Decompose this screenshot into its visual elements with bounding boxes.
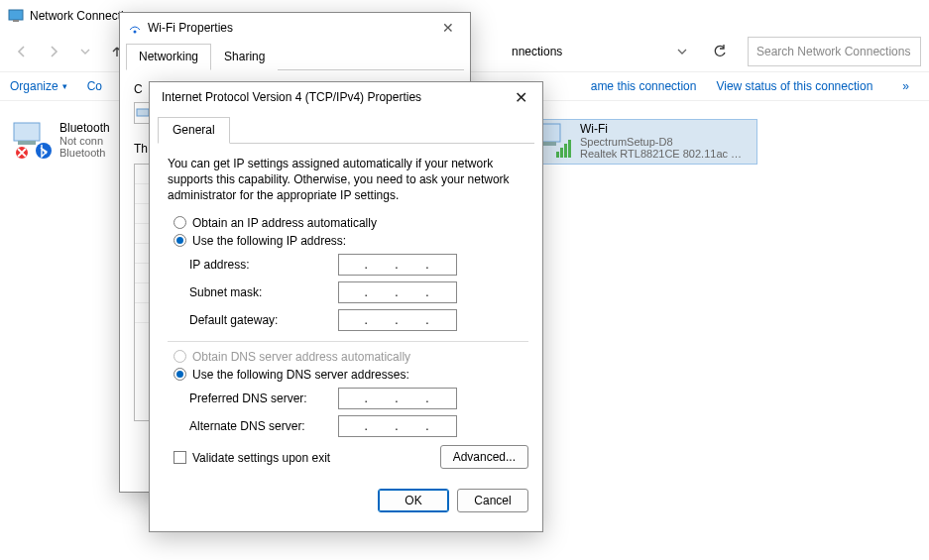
ipv4-dialog-titlebar[interactable]: Internet Protocol Version 4 (TCP/IPv4) P… bbox=[150, 82, 542, 112]
forward-button[interactable] bbox=[40, 38, 67, 65]
connect-to-cut[interactable]: Co bbox=[87, 79, 102, 93]
network-connections-icon bbox=[8, 8, 24, 24]
refresh-button[interactable] bbox=[706, 38, 734, 65]
radio-icon bbox=[174, 368, 186, 381]
wifi-dialog-tabs: Networking Sharing bbox=[126, 43, 464, 70]
ip-address-input[interactable]: ... bbox=[338, 254, 457, 276]
search-input[interactable]: Search Network Connections bbox=[748, 37, 921, 66]
preferred-dns-input[interactable]: ... bbox=[338, 388, 457, 409]
organize-menu[interactable]: Organize▾ bbox=[10, 79, 67, 93]
field-subnet-mask: Subnet mask: ... bbox=[189, 281, 528, 303]
search-placeholder: Search Network Connections bbox=[756, 45, 910, 58]
ipv4-body: You can get IP settings assigned automat… bbox=[150, 144, 542, 479]
chevron-down-icon: ▾ bbox=[62, 81, 67, 91]
subnet-mask-input[interactable]: ... bbox=[338, 281, 457, 303]
network-adapter-icon bbox=[136, 106, 150, 120]
tab-sharing[interactable]: Sharing bbox=[211, 44, 278, 70]
radio-obtain-dns: Obtain DNS server address automatically bbox=[174, 350, 528, 364]
radio-use-dns[interactable]: Use the following DNS server addresses: bbox=[174, 368, 528, 382]
connection-status: Not conn bbox=[59, 135, 110, 147]
bluetooth-adapter-icon bbox=[12, 121, 54, 161]
connection-text: Wi-Fi SpectrumSetup-D8 Realtek RTL8821CE… bbox=[580, 122, 749, 160]
wifi-dialog-titlebar[interactable]: Wi-Fi Properties ✕ bbox=[120, 13, 470, 43]
checkbox-icon bbox=[174, 451, 186, 464]
divider bbox=[168, 341, 528, 342]
default-gateway-input[interactable]: ... bbox=[338, 309, 457, 331]
svg-rect-1 bbox=[13, 20, 19, 22]
radio-use-ip[interactable]: Use the following IP address: bbox=[174, 234, 528, 248]
recent-dropdown[interactable] bbox=[71, 38, 99, 65]
ipv4-properties-dialog: Internet Protocol Version 4 (TCP/IPv4) P… bbox=[149, 81, 543, 532]
svg-point-12 bbox=[134, 31, 137, 34]
rename-connection[interactable]: ame this connection bbox=[591, 79, 697, 93]
connection-device: Bluetooth bbox=[59, 147, 110, 159]
connection-name: Wi-Fi bbox=[580, 122, 749, 136]
field-alternate-dns: Alternate DNS server: ... bbox=[189, 415, 528, 437]
svg-rect-9 bbox=[560, 148, 563, 158]
connection-device: Realtek RTL8821CE 802.11ac PCIe ... bbox=[580, 148, 749, 160]
svg-rect-13 bbox=[137, 109, 149, 116]
ipv4-dialog-title: Internet Protocol Version 4 (TCP/IPv4) P… bbox=[162, 90, 501, 104]
cancel-button[interactable]: Cancel bbox=[457, 489, 528, 512]
svg-rect-0 bbox=[9, 10, 23, 20]
field-preferred-dns: Preferred DNS server: ... bbox=[189, 388, 528, 409]
alternate-dns-input[interactable]: ... bbox=[338, 415, 457, 437]
svg-rect-11 bbox=[568, 140, 571, 158]
connection-item-wifi[interactable]: Wi-Fi SpectrumSetup-D8 Realtek RTL8821CE… bbox=[529, 119, 757, 165]
connection-text: Bluetooth Not conn Bluetooth bbox=[59, 121, 110, 159]
address-tail[interactable]: nnections bbox=[512, 45, 562, 58]
tab-networking[interactable]: Networking bbox=[126, 44, 211, 70]
field-ip-address: IP address: ... bbox=[189, 254, 528, 276]
connection-name: Bluetooth bbox=[59, 121, 110, 135]
ipv4-dialog-buttons: OK Cancel bbox=[150, 479, 542, 524]
connection-status: SpectrumSetup-D8 bbox=[580, 136, 749, 148]
ipv4-tabs: General bbox=[158, 116, 534, 144]
wifi-dialog-icon bbox=[128, 21, 142, 35]
radio-icon bbox=[174, 350, 186, 363]
radio-icon bbox=[174, 216, 186, 229]
tab-general[interactable]: General bbox=[158, 117, 230, 144]
back-button[interactable] bbox=[8, 38, 36, 65]
advanced-button[interactable]: Advanced... bbox=[440, 445, 528, 469]
overflow-chevron-icon[interactable]: » bbox=[892, 79, 919, 93]
ok-button[interactable]: OK bbox=[378, 489, 449, 512]
radio-obtain-ip[interactable]: Obtain an IP address automatically bbox=[174, 216, 528, 230]
view-status[interactable]: View status of this connection bbox=[716, 79, 872, 93]
field-default-gateway: Default gateway: ... bbox=[189, 309, 528, 331]
svg-rect-10 bbox=[564, 144, 567, 158]
svg-rect-3 bbox=[18, 141, 36, 145]
svg-rect-2 bbox=[14, 123, 40, 141]
items-list-cut[interactable] bbox=[134, 164, 150, 421]
radio-icon bbox=[174, 234, 186, 247]
address-dropdown[interactable] bbox=[668, 38, 696, 65]
ipv4-description: You can get IP settings assigned automat… bbox=[168, 156, 528, 204]
close-icon[interactable]: ✕ bbox=[507, 83, 534, 111]
svg-rect-8 bbox=[556, 152, 559, 158]
wifi-dialog-title: Wi-Fi Properties bbox=[148, 21, 428, 35]
close-icon[interactable]: ✕ bbox=[434, 14, 462, 42]
